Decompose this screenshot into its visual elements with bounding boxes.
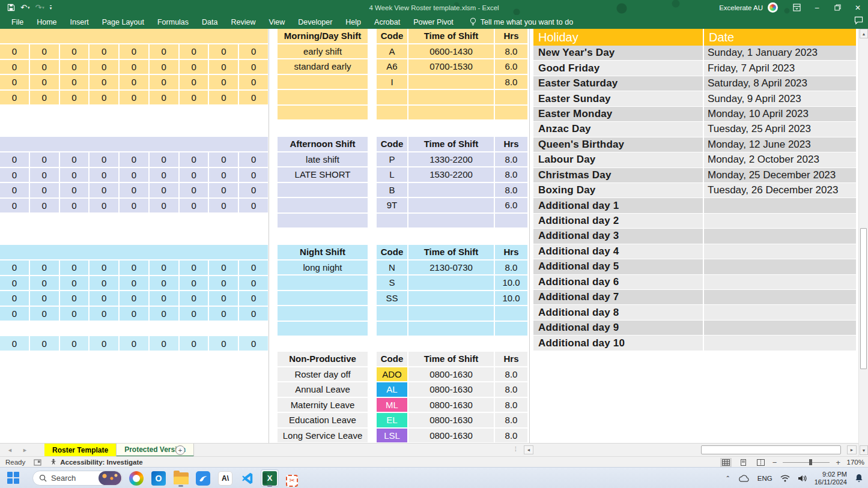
grid-cell[interactable]: 0 bbox=[239, 307, 268, 321]
grid-cell[interactable]: 0 bbox=[30, 75, 59, 89]
holiday-name-cell[interactable]: Queen's Birthday bbox=[533, 137, 703, 152]
time-of-shift-cell[interactable]: 1330-2200 bbox=[408, 152, 494, 167]
grid-cell[interactable]: 0 bbox=[150, 60, 178, 74]
close-button[interactable]: ✕ bbox=[848, 0, 868, 15]
ribbon-tab-developer[interactable]: Developer bbox=[291, 15, 339, 29]
time-of-shift-cell[interactable]: 1530-2200 bbox=[408, 167, 494, 182]
grid-cell[interactable]: 0 bbox=[60, 168, 89, 182]
holiday-date-cell[interactable] bbox=[704, 229, 856, 243]
holiday-date-cell[interactable]: Friday, 7 April 2023 bbox=[704, 61, 856, 75]
grid-header-band[interactable] bbox=[0, 245, 268, 259]
code-cell[interactable]: I bbox=[377, 75, 407, 89]
zoom-slider[interactable] bbox=[783, 458, 830, 466]
code-cell[interactable] bbox=[377, 306, 407, 321]
grid-cell[interactable]: 0 bbox=[60, 291, 89, 306]
grid-cell[interactable]: 0 bbox=[180, 199, 208, 213]
date-column-header[interactable]: Date bbox=[704, 29, 856, 46]
holiday-name-cell[interactable]: Additional day 8 bbox=[533, 305, 703, 319]
search-highlight-image[interactable] bbox=[99, 471, 121, 485]
grid-cell[interactable]: 0 bbox=[239, 199, 268, 213]
time-of-shift-header-cell[interactable]: Time of Shift bbox=[408, 137, 494, 151]
time-of-shift-cell[interactable]: 0700-1530 bbox=[408, 59, 494, 74]
grid-cell[interactable]: 0 bbox=[150, 183, 178, 197]
ribbon-tab-data[interactable]: Data bbox=[195, 15, 224, 29]
redo-dropdown-icon[interactable]: ▾ bbox=[42, 5, 44, 10]
onedrive-icon[interactable] bbox=[738, 475, 750, 482]
shift-name-cell[interactable]: standard early bbox=[278, 59, 368, 74]
grid-cell[interactable]: 0 bbox=[209, 152, 238, 167]
undo-dropdown-icon[interactable]: ▾ bbox=[28, 5, 30, 10]
grid-cell[interactable]: 0 bbox=[180, 261, 208, 275]
holiday-date-cell[interactable] bbox=[704, 321, 856, 335]
grid-header-band[interactable] bbox=[0, 29, 268, 43]
grid-cell[interactable]: 0 bbox=[60, 199, 89, 213]
grid-cell[interactable]: 0 bbox=[60, 276, 89, 291]
code-cell[interactable]: A6 bbox=[377, 59, 407, 74]
hrs-cell[interactable]: 8.0 bbox=[495, 413, 527, 427]
code-header-cell[interactable]: Code bbox=[377, 29, 407, 43]
grid-cell[interactable]: 0 bbox=[60, 261, 89, 275]
grid-cell[interactable]: 0 bbox=[180, 75, 208, 89]
grid-cell[interactable]: 0 bbox=[60, 44, 89, 59]
grid-cell[interactable]: 0 bbox=[0, 261, 29, 275]
grid-cell[interactable]: 0 bbox=[90, 307, 118, 321]
shift-name-cell[interactable] bbox=[278, 214, 368, 228]
tray-expand-icon[interactable]: ⌃ bbox=[725, 475, 730, 481]
code-cell[interactable] bbox=[377, 322, 407, 336]
ribbon-tab-insert[interactable]: Insert bbox=[64, 15, 96, 29]
grid-cell[interactable]: 0 bbox=[209, 183, 238, 197]
shift-name-cell[interactable] bbox=[278, 183, 368, 197]
code-cell[interactable]: B bbox=[377, 183, 407, 197]
hrs-header-cell[interactable]: Hrs bbox=[495, 352, 527, 366]
grid-cell[interactable]: 0 bbox=[30, 44, 59, 59]
grid-cell[interactable]: 0 bbox=[209, 261, 238, 275]
taskbar-copilot-button[interactable] bbox=[127, 469, 145, 487]
grid-cell[interactable]: 0 bbox=[239, 152, 268, 167]
shift-name-header-cell[interactable]: Afternoon Shift bbox=[278, 137, 368, 151]
hrs-header-cell[interactable]: Hrs bbox=[495, 137, 527, 151]
hrs-cell[interactable] bbox=[495, 106, 527, 120]
worksheet-area[interactable]: 0000000000000000000000000000000000000000… bbox=[0, 29, 858, 443]
shift-name-cell[interactable]: LATE SHORT bbox=[278, 167, 368, 182]
holiday-name-cell[interactable]: Additional day 5 bbox=[533, 259, 703, 274]
holiday-date-cell[interactable] bbox=[704, 336, 856, 350]
grid-cell[interactable]: 0 bbox=[150, 276, 178, 291]
code-cell[interactable]: L bbox=[377, 167, 407, 182]
holiday-name-cell[interactable]: Easter Sunday bbox=[533, 91, 703, 106]
grid-cell[interactable]: 0 bbox=[0, 152, 29, 167]
grid-cell[interactable]: 0 bbox=[209, 91, 238, 105]
grid-cell[interactable]: 0 bbox=[60, 336, 89, 351]
code-header-cell[interactable]: Code bbox=[377, 352, 407, 366]
hrs-cell[interactable] bbox=[495, 90, 527, 104]
zoom-percentage[interactable]: 170% bbox=[846, 459, 864, 466]
code-cell[interactable]: EL bbox=[377, 413, 407, 427]
grid-cell[interactable]: 0 bbox=[90, 199, 118, 213]
code-cell[interactable]: ML bbox=[377, 398, 407, 412]
holiday-column-header[interactable]: Holiday bbox=[533, 29, 703, 46]
taskbar-claude-button[interactable]: A\ bbox=[216, 469, 234, 487]
grid-cell[interactable]: 0 bbox=[120, 261, 148, 275]
grid-cell[interactable]: 0 bbox=[209, 276, 238, 291]
start-button[interactable] bbox=[7, 472, 20, 484]
grid-cell[interactable]: 0 bbox=[239, 183, 268, 197]
grid-cell[interactable]: 0 bbox=[0, 307, 29, 321]
holiday-date-cell[interactable]: Monday, 2 October 2023 bbox=[704, 152, 856, 167]
shift-name-cell[interactable]: Annual Leave bbox=[278, 382, 368, 397]
grid-cell[interactable]: 0 bbox=[239, 60, 268, 74]
grid-cell[interactable]: 0 bbox=[209, 168, 238, 182]
save-button[interactable] bbox=[7, 4, 15, 11]
grid-cell[interactable]: 0 bbox=[30, 199, 59, 213]
taskbar-file-explorer-button[interactable] bbox=[172, 469, 190, 487]
grid-cell[interactable]: 0 bbox=[180, 183, 208, 197]
shift-name-cell[interactable] bbox=[278, 75, 368, 89]
holiday-date-cell[interactable] bbox=[704, 244, 856, 259]
time-of-shift-header-cell[interactable]: Time of Shift bbox=[408, 29, 494, 43]
sheet-nav-right-icon[interactable]: ► bbox=[22, 447, 28, 453]
grid-cell[interactable]: 0 bbox=[60, 75, 89, 89]
shift-name-header-cell[interactable]: Night Shift bbox=[278, 245, 368, 259]
time-of-shift-cell[interactable]: 0600-1430 bbox=[408, 44, 494, 59]
hrs-cell[interactable]: 8.0 bbox=[495, 167, 527, 182]
tab-scroll-splitter[interactable]: ⁞ bbox=[515, 446, 516, 453]
holiday-date-cell[interactable] bbox=[704, 214, 856, 228]
taskbar-outlook-button[interactable]: O bbox=[150, 469, 168, 487]
